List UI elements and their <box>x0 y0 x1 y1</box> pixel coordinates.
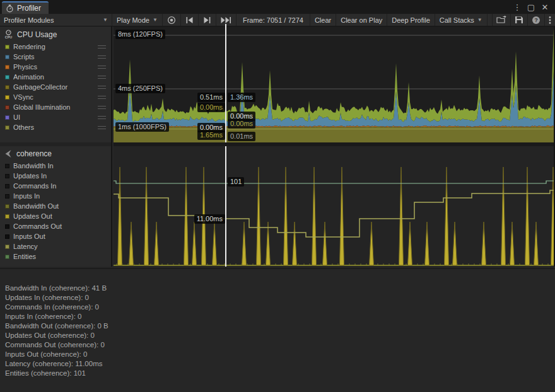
profiler-modules-dropdown[interactable]: Profiler Modules ▼ <box>0 14 112 26</box>
legend-item-scripts[interactable]: Scripts <box>0 52 111 62</box>
legend-item-garbagecollector[interactable]: GarbageCollector <box>0 82 111 92</box>
axis-label: 8ms (120FPS) <box>115 30 165 39</box>
clear-on-play-button[interactable]: Clear on Play <box>336 14 387 26</box>
legend-item-bandwidth-in[interactable]: Bandwidth In <box>0 161 111 171</box>
legend-item-others[interactable]: Others <box>0 122 111 132</box>
details-line: Bandwidth Out (coherence): 0 B <box>5 321 555 331</box>
details-line: Commands In (coherence): 0 <box>5 303 555 312</box>
cpu-chart-canvas <box>114 26 555 142</box>
coherence-chart[interactable]: 10111.00ms <box>114 146 555 267</box>
legend-label: VSync <box>13 93 94 101</box>
next-frame-button[interactable] <box>199 14 216 26</box>
cpu-chart[interactable]: 8ms (120FPS)4ms (250FPS)1ms (1000FPS)0.5… <box>114 26 555 142</box>
legend-color-swatch <box>5 75 9 79</box>
legend-item-latency[interactable]: Latency <box>0 241 111 251</box>
kebab-menu-icon <box>549 16 551 25</box>
axis-label: 4ms (250FPS) <box>115 84 165 93</box>
legend-item-updates-out[interactable]: Updates Out <box>0 211 111 221</box>
legend-item-bandwidth-out[interactable]: Bandwidth Out <box>0 201 111 211</box>
save-profile-button[interactable] <box>511 14 528 26</box>
legend-item-rendering[interactable]: Rendering <box>0 42 111 52</box>
folder-open-icon <box>496 16 506 24</box>
legend-color-swatch <box>5 224 9 229</box>
record-button[interactable] <box>163 14 181 26</box>
cpu-module-header[interactable]: CPU CPU Usage <box>0 26 111 42</box>
legend-item-global-illumination[interactable]: Global Illumination <box>0 102 111 112</box>
details-line: Updates In (coherence): 0 <box>5 293 555 303</box>
drag-handle-icon[interactable] <box>98 66 106 69</box>
frame-value-label: 0.00ms <box>228 112 255 121</box>
playhead-line[interactable] <box>225 24 226 142</box>
drag-handle-icon[interactable] <box>98 86 106 89</box>
legend-label: Latency <box>13 243 107 250</box>
toolbar: Profiler Modules ▼ Play Mode ▼ Frame: 70… <box>0 14 555 26</box>
legend-label: Commands Out <box>13 222 107 230</box>
legend-color-swatch <box>5 245 9 249</box>
frame-value-label: 1.36ms <box>228 93 255 102</box>
coherence-chart-canvas <box>114 146 555 267</box>
legend-color-swatch <box>5 164 9 168</box>
legend-label: Entities <box>13 253 107 260</box>
drag-handle-icon[interactable] <box>98 45 106 49</box>
profiler-window: Profiler ⋮ ▢ ✕ Profiler Modules ▼ Play M… <box>0 0 555 392</box>
drag-handle-icon[interactable] <box>98 96 106 99</box>
legend-label: Scripts <box>13 53 94 61</box>
clear-button[interactable]: Clear <box>310 14 336 26</box>
drag-handle-icon[interactable] <box>98 126 106 129</box>
tab-profiler[interactable]: Profiler <box>2 1 49 14</box>
legend-item-ui[interactable]: UI <box>0 112 111 122</box>
window-menu-icon[interactable]: ⋮ <box>512 2 522 12</box>
frame-value-label: 0.00ms <box>197 103 225 112</box>
legend-item-entities[interactable]: Entities <box>0 251 111 262</box>
coherence-module: coherence Bandwidth InUpdates InCommands… <box>0 146 111 262</box>
coherence-legend: Bandwidth InUpdates InCommands InInputs … <box>0 161 111 262</box>
playhead-line[interactable] <box>225 146 226 267</box>
legend-label: Bandwidth Out <box>13 202 107 210</box>
context-menu-button[interactable] <box>545 14 555 26</box>
maximize-icon[interactable]: ▢ <box>526 2 536 12</box>
legend-color-swatch <box>5 65 9 69</box>
drag-handle-icon[interactable] <box>98 106 106 109</box>
legend-color-swatch <box>5 55 9 59</box>
legend-item-physics[interactable]: Physics <box>0 62 111 72</box>
details-line: Commands Out (coherence): 0 <box>5 340 555 350</box>
deep-profile-button[interactable]: Deep Profile <box>387 14 435 26</box>
tab-title: Profiler <box>17 4 41 13</box>
first-frame-button[interactable] <box>181 14 199 26</box>
legend-color-swatch <box>5 105 9 110</box>
legend-item-inputs-out[interactable]: Inputs Out <box>0 231 111 241</box>
call-stacks-button[interactable]: Call Stacks ▼ <box>435 14 488 26</box>
legend-label: Global Illumination <box>13 103 94 111</box>
chevron-down-icon: ▼ <box>153 17 158 23</box>
frame-value-label: 0.51ms <box>197 93 225 102</box>
legend-label: Physics <box>13 63 94 71</box>
legend-label: Updates In <box>13 172 107 180</box>
play-mode-dropdown[interactable]: Play Mode ▼ <box>112 14 163 26</box>
legend-color-swatch <box>5 214 9 219</box>
close-icon[interactable]: ✕ <box>540 2 550 12</box>
legend-item-inputs-in[interactable]: Inputs In <box>0 191 111 201</box>
details-line: Inputs Out (coherence): 0 <box>5 350 555 359</box>
drag-handle-icon[interactable] <box>98 76 106 79</box>
legend-item-commands-out[interactable]: Commands Out <box>0 221 111 231</box>
details-line: Updates Out (coherence): 0 <box>5 331 555 340</box>
load-profile-button[interactable] <box>493 14 511 26</box>
coherence-module-header[interactable]: coherence <box>0 146 111 161</box>
legend-color-swatch <box>5 115 9 120</box>
cpu-legend: RenderingScriptsPhysicsAnimationGarbageC… <box>0 42 111 132</box>
step-forward-icon <box>202 16 212 24</box>
legend-item-animation[interactable]: Animation <box>0 72 111 82</box>
latency-value-label: 11.00ms <box>194 214 225 224</box>
entities-value-label: 101 <box>228 177 244 187</box>
drag-handle-icon[interactable] <box>98 55 106 59</box>
legend-color-swatch <box>5 174 9 178</box>
help-button[interactable]: ? <box>528 14 545 26</box>
play-mode-label: Play Mode <box>117 16 149 24</box>
legend-item-vsync[interactable]: VSync <box>0 92 111 102</box>
legend-item-updates-in[interactable]: Updates In <box>0 171 111 181</box>
legend-color-swatch <box>5 234 9 239</box>
legend-label: Updates Out <box>13 212 107 220</box>
drag-handle-icon[interactable] <box>98 116 106 119</box>
frame-value-label: 0.00ms <box>197 123 225 132</box>
legend-item-commands-in[interactable]: Commands In <box>0 181 111 191</box>
